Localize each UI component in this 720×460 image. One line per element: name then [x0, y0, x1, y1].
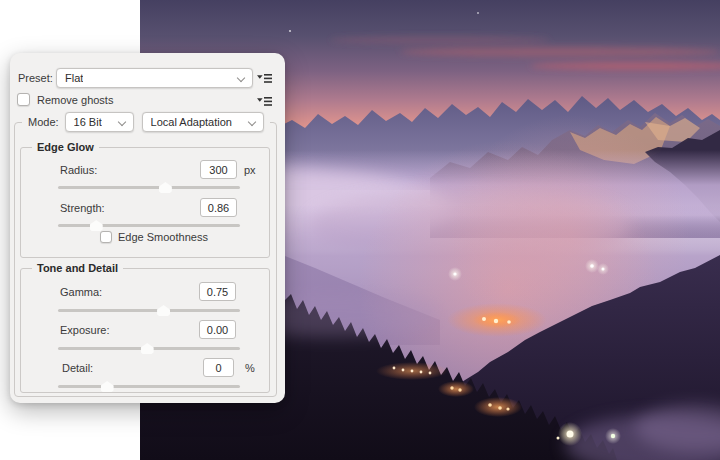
radius-slider-thumb[interactable] — [159, 182, 172, 193]
preset-flyout-button[interactable] — [257, 73, 272, 84]
hdr-toning-dialog: Preset: Flat Remove ghosts — [10, 53, 285, 403]
bit-depth-value: 16 Bit — [74, 116, 102, 128]
preset-dropdown-value: Flat — [65, 72, 83, 84]
exposure-input[interactable] — [199, 320, 236, 339]
preset-dropdown[interactable]: Flat — [56, 68, 253, 88]
detail-input[interactable] — [203, 358, 234, 377]
strength-label: Strength: — [60, 202, 105, 215]
page: Preset: Flat Remove ghosts — [0, 0, 720, 460]
mode-row: Mode: 16 Bit Local Adaptation — [22, 111, 270, 133]
method-value: Local Adaptation — [151, 116, 232, 128]
tone-detail-title: Tone and Detail — [32, 262, 123, 275]
chevron-down-icon — [237, 74, 245, 82]
detail-label: Detail: — [62, 362, 93, 375]
remove-ghosts-checkbox[interactable] — [17, 93, 30, 106]
flyout-menu-icon — [257, 73, 272, 84]
exposure-slider-thumb[interactable] — [141, 343, 154, 354]
method-dropdown[interactable]: Local Adaptation — [142, 112, 264, 132]
radius-input[interactable] — [200, 160, 237, 179]
exposure-slider[interactable] — [58, 342, 240, 355]
radius-label: Radius: — [60, 164, 97, 177]
remove-ghosts-label: Remove ghosts — [37, 94, 113, 107]
gamma-input[interactable] — [199, 282, 236, 301]
edge-glow-title: Edge Glow — [32, 141, 99, 154]
bit-depth-dropdown[interactable]: 16 Bit — [65, 112, 134, 132]
edge-smoothness-checkbox[interactable] — [100, 231, 112, 243]
gamma-label: Gamma: — [60, 286, 102, 299]
mode-label: Mode: — [28, 116, 59, 129]
detail-slider[interactable] — [58, 380, 240, 393]
strength-slider-thumb[interactable] — [90, 220, 103, 231]
flyout-menu-icon — [257, 96, 272, 107]
radius-unit: px — [244, 164, 256, 177]
chevron-down-icon — [117, 118, 125, 126]
strength-input[interactable] — [200, 198, 237, 217]
chevron-down-icon — [247, 118, 255, 126]
exposure-label: Exposure: — [60, 324, 110, 337]
gamma-slider-thumb[interactable] — [157, 305, 170, 316]
detail-unit: % — [245, 362, 255, 375]
gamma-slider[interactable] — [58, 304, 240, 317]
radius-slider[interactable] — [58, 181, 240, 194]
preset-label: Preset: — [18, 72, 53, 85]
detail-slider-thumb[interactable] — [101, 381, 114, 392]
edge-smoothness-label: Edge Smoothness — [118, 231, 208, 244]
ghosts-flyout-button[interactable] — [257, 96, 272, 107]
